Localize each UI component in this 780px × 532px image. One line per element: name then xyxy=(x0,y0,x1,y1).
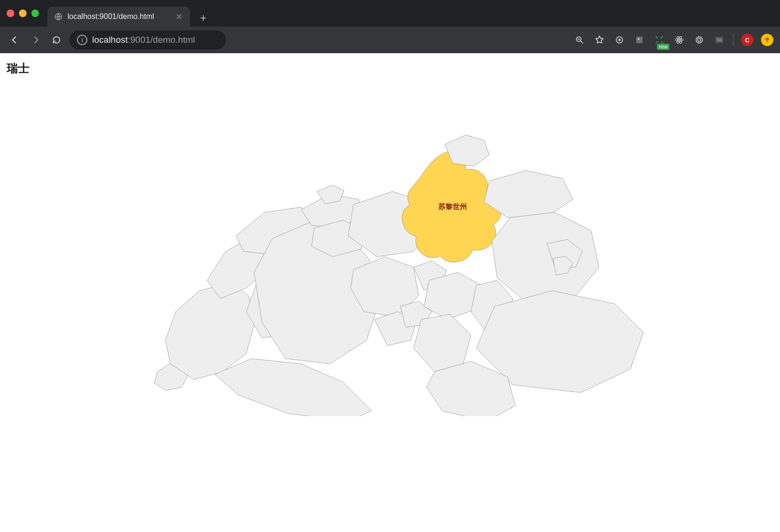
zoom-icon[interactable] xyxy=(573,34,586,46)
tab-title: localhost:9001/demo.html xyxy=(67,12,170,21)
nav-reload-button[interactable] xyxy=(48,32,65,48)
address-bar[interactable]: i localhost:9001/demo.html xyxy=(69,30,226,49)
tab-strip: localhost:9001/demo.html xyxy=(0,0,780,27)
svg-point-3 xyxy=(618,39,621,41)
address-bar-url: localhost:9001/demo.html xyxy=(92,35,195,45)
browser-tab[interactable]: localhost:9001/demo.html xyxy=(48,7,190,27)
canton-thurgau[interactable] xyxy=(484,171,573,218)
canton-valais[interactable] xyxy=(215,359,372,416)
update-indicator-icon[interactable] xyxy=(761,34,773,46)
window-maximize-button[interactable] xyxy=(31,10,39,17)
extension-selenium-icon[interactable]: Se xyxy=(713,34,725,46)
canton-uri[interactable] xyxy=(414,314,471,372)
new-tab-button[interactable] xyxy=(195,10,212,27)
extension-react-icon[interactable] xyxy=(673,34,685,46)
extension-new-badge: new xyxy=(657,44,669,50)
window-minimize-button[interactable] xyxy=(19,10,27,17)
switzerland-map[interactable]: 苏黎世州 xyxy=(129,82,651,416)
nav-back-button[interactable] xyxy=(7,32,23,48)
highlighted-canton-label: 苏黎世州 xyxy=(438,202,467,210)
window-close-button[interactable] xyxy=(7,10,14,17)
svg-point-6 xyxy=(678,39,680,41)
toolbar-separator xyxy=(733,34,733,46)
svg-point-10 xyxy=(696,37,702,43)
extension-circle-icon[interactable] xyxy=(613,34,626,46)
extension-dev-icon[interactable]: new xyxy=(653,34,666,46)
url-path: :9001/demo.html xyxy=(128,35,195,45)
globe-icon xyxy=(54,12,63,21)
svg-point-11 xyxy=(698,38,701,42)
svg-text:Se: Se xyxy=(717,38,722,42)
tab-close-button[interactable] xyxy=(175,12,183,21)
canton-stgallen[interactable] xyxy=(492,212,599,306)
bookmark-star-icon[interactable] xyxy=(593,34,606,46)
browser-chrome: localhost:9001/demo.html i localhost:900… xyxy=(0,0,780,53)
browser-toolbar: i localhost:9001/demo.html new xyxy=(0,27,780,53)
window-controls xyxy=(7,0,48,27)
site-info-icon[interactable]: i xyxy=(77,35,87,45)
nav-forward-button[interactable] xyxy=(28,32,44,48)
page-viewport: 瑞士 xyxy=(0,53,780,532)
extension-translate-icon[interactable] xyxy=(633,34,646,46)
profile-avatar-letter: C xyxy=(745,37,749,44)
map-container: 苏黎世州 xyxy=(0,53,780,532)
extension-target-icon[interactable] xyxy=(693,34,705,46)
profile-avatar[interactable]: C xyxy=(741,34,753,46)
url-host: localhost xyxy=(92,35,128,45)
svg-rect-5 xyxy=(638,38,639,40)
toolbar-actions: new Se C xyxy=(573,34,773,46)
